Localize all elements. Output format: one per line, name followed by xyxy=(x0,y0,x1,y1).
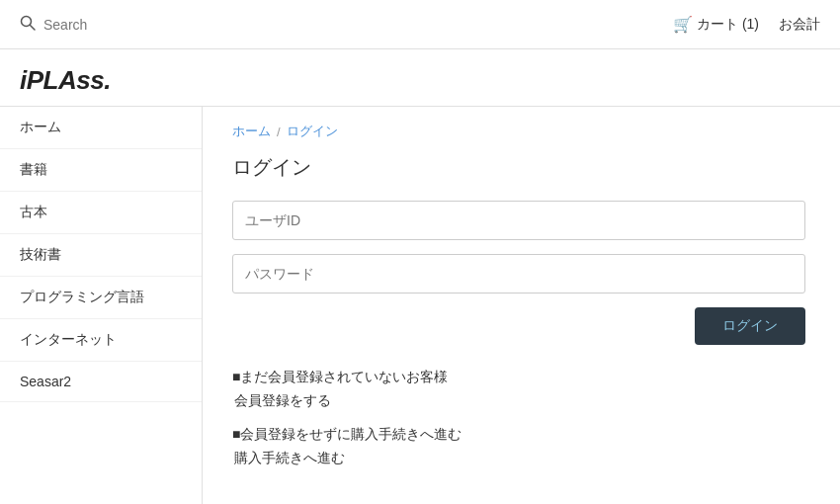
svg-line-1 xyxy=(31,25,36,30)
info-section: ■まだ会員登録されていないお客様 会員登録をする ■会員登録をせずに購入手続きへ… xyxy=(232,369,810,467)
sidebar-item-tech[interactable]: 技術書 xyxy=(0,234,202,277)
search-area xyxy=(20,15,673,35)
guest-notice: ■会員登録をせずに購入手続きへ進む xyxy=(232,426,810,444)
header: 🛒 カート (1) お会計 xyxy=(0,0,840,49)
logo: iPLAss. xyxy=(20,65,111,95)
register-link[interactable]: 会員登録をする xyxy=(234,392,810,410)
search-input[interactable] xyxy=(43,17,192,33)
header-right: 🛒 カート (1) お会計 xyxy=(673,15,820,34)
cart-label-text: カート (1) xyxy=(697,16,759,34)
breadcrumb: ホーム / ログイン xyxy=(232,123,810,140)
sidebar-item-internet[interactable]: インターネット xyxy=(0,319,202,362)
breadcrumb-separator: / xyxy=(277,125,281,139)
guest-link[interactable]: 購入手続きへ進む xyxy=(234,450,810,467)
cart-icon: 🛒 xyxy=(673,15,693,34)
login-btn-wrap: ログイン xyxy=(232,307,805,345)
sidebar-item-programming[interactable]: プログラミング言語 xyxy=(0,277,202,319)
search-icon xyxy=(20,15,36,35)
sidebar-item-seasar[interactable]: Seasar2 xyxy=(0,362,202,402)
register-notice: ■まだ会員登録されていないお客様 xyxy=(232,369,810,386)
login-button[interactable]: ログイン xyxy=(695,307,805,345)
sidebar-item-home[interactable]: ホーム xyxy=(0,107,202,149)
content-area: ホーム / ログイン ログイン ログイン ■まだ会員登録されていないお客様 会員… xyxy=(203,107,840,504)
password-group xyxy=(232,254,810,294)
userid-input[interactable] xyxy=(232,201,805,240)
password-input[interactable] xyxy=(232,254,805,294)
userid-group xyxy=(232,201,810,240)
breadcrumb-current: ログイン xyxy=(287,123,338,140)
sidebar: ホーム 書籍 古本 技術書 プログラミング言語 インターネット Seasar2 xyxy=(0,107,203,504)
page-title: ログイン xyxy=(232,154,810,181)
sidebar-item-books[interactable]: 書籍 xyxy=(0,149,202,192)
sidebar-item-used[interactable]: 古本 xyxy=(0,192,202,234)
main-layout: ホーム 書籍 古本 技術書 プログラミング言語 インターネット Seasar2 … xyxy=(0,107,840,504)
breadcrumb-home[interactable]: ホーム xyxy=(232,123,271,140)
account-button[interactable]: お会計 xyxy=(779,16,820,34)
cart-button[interactable]: 🛒 カート (1) xyxy=(673,15,759,34)
logo-bar: iPLAss. xyxy=(0,49,840,107)
